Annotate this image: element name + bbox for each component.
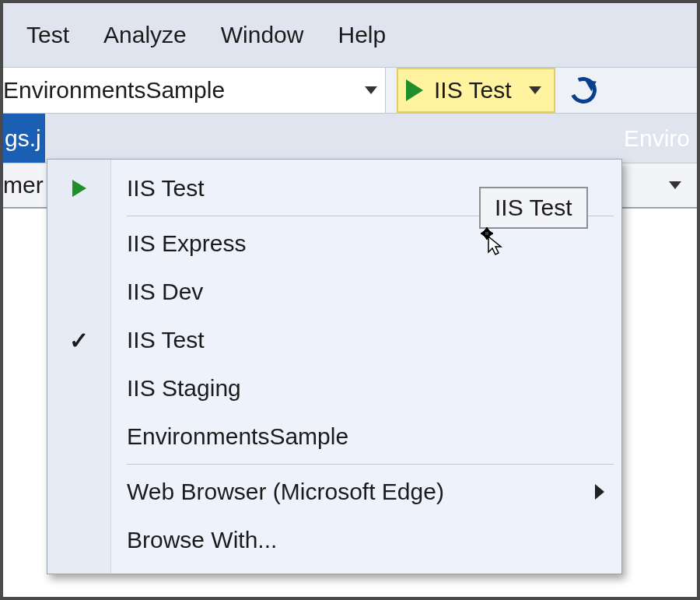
document-tab-strip: gs.j Enviro [3, 114, 697, 163]
menu-item-label: IIS Test [127, 327, 604, 353]
menu-item-icon-slot [47, 468, 111, 516]
menu-item-label: EnvironmentsSample [127, 423, 604, 450]
menu-test[interactable]: Test [26, 22, 69, 48]
menu-analyze[interactable]: Analyze [103, 22, 187, 48]
menu-item-browse-with[interactable]: Browse With... [47, 516, 621, 564]
menu-item-label: Browse With... [127, 527, 604, 553]
submenu-arrow-icon [595, 484, 604, 500]
toolbar-spacer [386, 68, 397, 113]
play-icon [72, 180, 86, 197]
menu-item-label: IIS Staging [127, 375, 604, 402]
background-tab-fragment[interactable]: Enviro [619, 114, 697, 163]
menu-item-icon-slot: ✓ [47, 316, 111, 364]
menu-item-profile-environmentssample[interactable]: EnvironmentsSample [47, 412, 621, 461]
menu-help[interactable]: Help [338, 22, 386, 48]
menu-item-icon-slot [47, 268, 111, 316]
play-icon [406, 79, 423, 101]
dropdown-caret-icon [529, 86, 541, 94]
menu-item-label: IIS Dev [127, 279, 604, 305]
visual-studio-window: Test Analyze Window Help EnvironmentsSam… [0, 0, 700, 600]
menu-separator [127, 464, 614, 465]
checkmark-icon: ✓ [69, 327, 89, 354]
menu-item-icon-slot [47, 412, 111, 461]
menu-item-label: IIS Express [127, 230, 604, 257]
menu-item-icon-slot [47, 516, 111, 564]
menu-item-label: Web Browser (Microsoft Edge) [127, 479, 595, 505]
nav-dropdown-button[interactable] [649, 163, 695, 207]
startup-project-label: EnvironmentsSample [3, 77, 225, 104]
menu-item-icon-slot [47, 164, 111, 212]
menu-window[interactable]: Window [221, 22, 304, 48]
dropdown-caret-icon [669, 181, 681, 189]
menu-item-icon-slot [47, 219, 111, 268]
dropdown-caret-icon [365, 86, 377, 94]
menu-item-web-browser[interactable]: Web Browser (Microsoft Edge) [47, 468, 621, 516]
nav-left-fragment: mer [3, 172, 44, 198]
menu-bar: Test Analyze Window Help [3, 3, 697, 67]
menu-item-profile-iis-test[interactable]: ✓ IIS Test [47, 316, 621, 364]
active-tab-fragment[interactable]: gs.j [3, 114, 45, 163]
menu-item-profile-iis-dev[interactable]: IIS Dev [47, 268, 621, 316]
menu-item-profile-iis-staging[interactable]: IIS Staging [47, 364, 621, 412]
debug-toolbar: EnvironmentsSample IIS Test [3, 67, 697, 114]
refresh-icon [566, 73, 600, 107]
browser-refresh-button[interactable] [555, 68, 611, 113]
start-debug-label: IIS Test [434, 77, 512, 104]
start-debug-button[interactable]: IIS Test [397, 68, 555, 113]
menu-item-icon-slot [47, 364, 111, 412]
startup-project-combo[interactable]: EnvironmentsSample [3, 68, 386, 113]
tooltip: IIS Test [479, 187, 588, 229]
